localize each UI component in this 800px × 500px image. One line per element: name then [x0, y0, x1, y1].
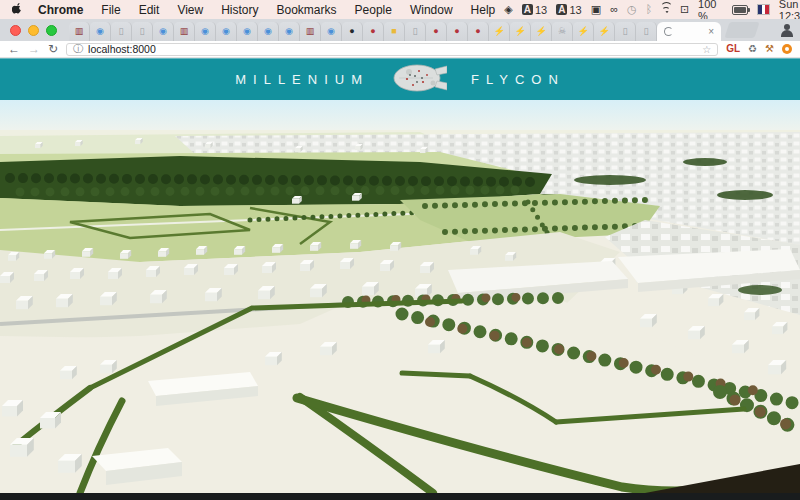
window-controls: [10, 25, 57, 36]
close-window-button[interactable]: [10, 25, 21, 36]
screen-share-icon[interactable]: ▣: [591, 4, 601, 15]
raspberry-favicon-icon: ●: [475, 27, 480, 36]
time-machine-icon[interactable]: ◷: [627, 4, 637, 15]
back-button[interactable]: ←: [8, 43, 20, 55]
hammer-extension-icon[interactable]: ⚒: [765, 44, 774, 54]
folder-favicon-icon: ■: [391, 27, 396, 36]
browser-tab[interactable]: ◉: [321, 22, 342, 41]
browser-tab[interactable]: ●: [468, 22, 489, 41]
menu-file[interactable]: File: [92, 3, 129, 17]
github-favicon-icon: ●: [349, 27, 354, 36]
browser-tab[interactable]: ☠: [552, 22, 573, 41]
menu-edit[interactable]: Edit: [130, 3, 169, 17]
doc-favicon-icon: ▯: [413, 27, 418, 36]
menu-history[interactable]: History: [212, 3, 267, 17]
browser-tab[interactable]: ◉: [195, 22, 216, 41]
menu-chrome[interactable]: Chrome: [29, 3, 92, 17]
address-bar[interactable]: ⓘ localhost:8000 ☆: [66, 43, 718, 56]
adobe-status-1[interactable]: A13: [522, 4, 547, 16]
orange-extension-icon[interactable]: [782, 44, 792, 54]
macos-menubar: Chrome File Edit View History Bookmarks …: [0, 0, 800, 19]
chrome-tabstrip: ▥◉▯▯◉▥◉◉◉◉◉▥◉●●■▯●●●⚡⚡⚡☠⚡⚡▯▯ ×: [0, 19, 800, 41]
battery-icon[interactable]: [732, 5, 748, 15]
bank-favicon-icon: ▥: [75, 27, 84, 36]
browser-tab[interactable]: ⚡: [489, 22, 510, 41]
bluetooth-icon[interactable]: ᛒ: [646, 4, 653, 15]
browser-tab[interactable]: ▥: [300, 22, 321, 41]
browser-tab[interactable]: ■: [384, 22, 405, 41]
site-info-icon[interactable]: ⓘ: [73, 42, 83, 56]
menu-people[interactable]: People: [346, 3, 401, 17]
browser-tab[interactable]: ▯: [111, 22, 132, 41]
tab-loading-spinner-icon: [664, 27, 673, 36]
browser-tab[interactable]: ⚡: [510, 22, 531, 41]
new-tab-button[interactable]: [724, 22, 759, 38]
airplay-icon[interactable]: ⊡: [680, 4, 689, 15]
browser-tab[interactable]: ▥: [69, 22, 90, 41]
browser-tab[interactable]: ◉: [216, 22, 237, 41]
recycle-extension-icon[interactable]: ♻: [748, 44, 757, 54]
millennium-falcon-icon: [393, 63, 447, 97]
banner-title-left: MILLENIUM: [235, 72, 369, 87]
url-text[interactable]: localhost:8000: [88, 43, 156, 55]
flash-favicon-icon: ⚡: [577, 27, 588, 36]
doc-favicon-icon: ▯: [119, 27, 124, 36]
blue-favicon-icon: ◉: [222, 27, 230, 36]
browser-tab[interactable]: ◉: [237, 22, 258, 41]
browser-tab[interactable]: ◉: [90, 22, 111, 41]
chrome-toolbar: ← → ↻ ⓘ localhost:8000 ☆ GL ♻ ⚒: [0, 41, 800, 58]
browser-tab[interactable]: ●: [426, 22, 447, 41]
profile-avatar-icon[interactable]: [780, 23, 794, 37]
blue-favicon-icon: ◉: [243, 27, 251, 36]
menu-view[interactable]: View: [168, 3, 212, 17]
flash-favicon-icon: ⚡: [514, 27, 525, 36]
browser-tab[interactable]: ▯: [636, 22, 657, 41]
french-flag-input-icon[interactable]: [757, 4, 769, 15]
bank-favicon-icon: ▥: [180, 27, 189, 36]
browser-tab[interactable]: ⚡: [573, 22, 594, 41]
blue-favicon-icon: ◉: [285, 27, 293, 36]
webgl-extension-icon[interactable]: GL: [726, 44, 740, 54]
menu-window[interactable]: Window: [401, 3, 462, 17]
raspberry-favicon-icon: ●: [454, 27, 459, 36]
wifi-icon[interactable]: [661, 5, 671, 15]
shield-icon[interactable]: ◈: [504, 4, 512, 15]
browser-tab[interactable]: ◉: [258, 22, 279, 41]
apple-logo-icon[interactable]: [12, 3, 23, 16]
minimize-window-button[interactable]: [28, 25, 39, 36]
browser-tab[interactable]: ▯: [132, 22, 153, 41]
background-tabs: ▥◉▯▯◉▥◉◉◉◉◉▥◉●●■▯●●●⚡⚡⚡☠⚡⚡▯▯: [69, 19, 657, 41]
blue-favicon-icon: ◉: [327, 27, 335, 36]
map-3d-viewport[interactable]: [0, 100, 800, 493]
browser-tab[interactable]: ◉: [153, 22, 174, 41]
reload-button[interactable]: ↻: [48, 43, 58, 55]
browser-tab[interactable]: ▥: [174, 22, 195, 41]
browser-tab[interactable]: ▯: [405, 22, 426, 41]
bookmark-star-icon[interactable]: ☆: [702, 44, 711, 55]
forward-button[interactable]: →: [28, 43, 40, 55]
tab-close-icon[interactable]: ×: [708, 26, 714, 37]
browser-tab[interactable]: ●: [342, 22, 363, 41]
flash-favicon-icon: ⚡: [493, 27, 504, 36]
doc-favicon-icon: ▯: [140, 27, 145, 36]
browser-tab[interactable]: ●: [363, 22, 384, 41]
browser-tab[interactable]: ●: [447, 22, 468, 41]
menu-bookmarks[interactable]: Bookmarks: [268, 3, 346, 17]
raspberry-favicon-icon: ●: [370, 27, 375, 36]
adobe-status-2[interactable]: A13: [556, 4, 581, 16]
browser-tab[interactable]: ⚡: [594, 22, 615, 41]
blue-favicon-icon: ◉: [264, 27, 272, 36]
app-header-banner: MILLENIUM FLYCON: [0, 58, 800, 100]
menu-help[interactable]: Help: [462, 3, 505, 17]
active-tab[interactable]: ×: [657, 22, 721, 41]
glasses-icon[interactable]: ∞: [610, 4, 618, 15]
doc-favicon-icon: ▯: [623, 27, 628, 36]
bottom-dark-strip: [0, 493, 800, 500]
browser-tab[interactable]: ⚡: [531, 22, 552, 41]
screen: Chrome File Edit View History Bookmarks …: [0, 0, 800, 500]
skull-favicon-icon: ☠: [558, 27, 566, 36]
browser-tab[interactable]: ◉: [279, 22, 300, 41]
fullscreen-window-button[interactable]: [46, 25, 57, 36]
doc-favicon-icon: ▯: [644, 27, 649, 36]
browser-tab[interactable]: ▯: [615, 22, 636, 41]
